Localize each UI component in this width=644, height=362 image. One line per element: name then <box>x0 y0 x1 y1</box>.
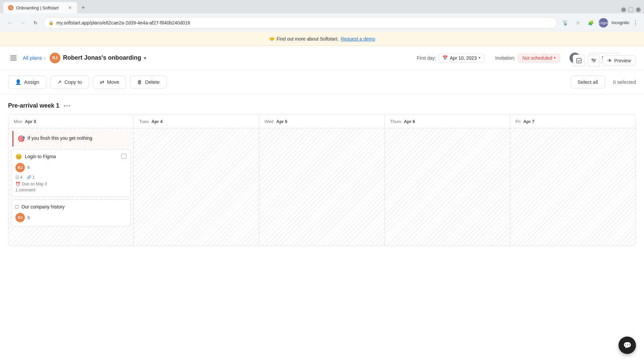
forward-button[interactable]: → <box>18 18 28 27</box>
task-card-history[interactable]: □ Our company history RJ 6 <box>11 199 131 227</box>
svg-point-4 <box>592 59 593 60</box>
plan-title-area: RJ Robert Jonas's onboarding ▾ <box>50 53 146 63</box>
day-date-tues: Apr 4 <box>151 119 162 124</box>
window-minimize-button[interactable]: ─ <box>621 7 626 12</box>
window-maximize-button[interactable] <box>629 7 633 12</box>
day-body-wed <box>259 128 384 246</box>
app-header: All plans › RJ Robert Jonas's onboarding… <box>0 46 644 70</box>
alert-task-title: If you finsh this you get nothing <box>28 135 92 142</box>
demo-link[interactable]: Request a demo <box>341 36 375 42</box>
plan-title-dropdown-icon[interactable]: ▾ <box>144 55 146 61</box>
first-day-label: First day: <box>417 55 436 61</box>
delete-label: Delete <box>145 79 159 85</box>
dot3 <box>69 105 70 107</box>
figma-task-icon: 😊 <box>15 154 22 160</box>
first-day-section: First day: 📅 Apr 10, 2023 ▾ <box>417 54 484 62</box>
tab-close-icon[interactable]: ✕ <box>67 5 72 10</box>
task-card-figma[interactable]: 😊 Login to Figma RJ 6 ☑ 4 <box>11 149 131 197</box>
url-text: my.softstart.app/plans/e82cae2a-2d39-4e4… <box>56 20 552 25</box>
move-label: Move <box>107 79 119 85</box>
browser-tab-active[interactable]: S Onboarding | Softstart ✕ <box>3 2 77 13</box>
tab-favicon: S <box>8 5 13 10</box>
history-task-title: Our company history <box>21 204 126 210</box>
day-name-fri: Fri <box>516 119 521 124</box>
day-date-fri: Apr 7 <box>523 119 534 124</box>
section-menu-button[interactable] <box>63 104 71 108</box>
svg-rect-0 <box>577 58 581 63</box>
day-body-tues <box>134 128 259 246</box>
alert-task-card[interactable]: 🎯 If you finsh this you get nothing <box>12 131 131 146</box>
assignee-avatar-history: RJ <box>15 213 25 222</box>
first-day-dropdown-icon: ▾ <box>479 56 481 60</box>
browser-chrome: S Onboarding | Softstart ✕ + ─ ✕ ← → ↻ 🔒… <box>0 0 644 32</box>
filter-view-button[interactable] <box>588 55 600 67</box>
new-tab-button[interactable]: + <box>78 3 88 12</box>
checkbox-view-icon <box>576 58 582 64</box>
day-header-tues: Tues Apr 4 <box>134 115 259 128</box>
day-name-mon: Mon <box>14 119 22 124</box>
day-header-thurs: Thurs Apr 6 <box>385 115 510 128</box>
preview-button[interactable]: 👁 Preview <box>602 56 636 66</box>
extensions-icon[interactable]: 🧩 <box>586 18 595 27</box>
day-body-mon: 🎯 If you finsh this you get nothing 😊 Lo… <box>8 128 133 246</box>
profile-button[interactable]: Incognito <box>599 18 608 27</box>
link-meta: 🔗 1 <box>26 175 35 180</box>
figma-task-checkbox[interactable] <box>121 154 126 159</box>
browser-more-button[interactable]: ⋮ <box>633 19 639 26</box>
assign-icon: 👤 <box>15 79 21 85</box>
selected-count: 0 selected <box>613 79 636 85</box>
move-icon: ⇄ <box>100 79 104 85</box>
day-body-fri <box>510 128 636 246</box>
day-body-thurs <box>385 128 510 246</box>
bookmark-icon[interactable]: ☆ <box>573 18 583 27</box>
history-task-icon: □ <box>15 204 19 210</box>
preview-label: Preview <box>614 58 631 63</box>
copy-to-label: Copy to <box>64 79 82 85</box>
hamburger-button[interactable] <box>8 53 19 63</box>
refresh-button[interactable]: ↻ <box>31 18 40 27</box>
main-content: Pre-arrival week 1 Mon Apr 3 🎯 If you fi… <box>0 94 644 362</box>
task-comments-row: 1 comment <box>15 188 126 192</box>
chat-button[interactable]: 💬 <box>619 337 636 354</box>
chat-icon: 💬 <box>623 341 632 349</box>
link-count: 1 <box>33 175 35 180</box>
move-button[interactable]: ⇄ Move <box>93 75 126 89</box>
day-header-mon: Mon Apr 3 <box>8 115 133 128</box>
not-scheduled-dropdown-icon: ▾ <box>554 56 556 60</box>
alert-task-icon: 🎯 <box>17 135 25 142</box>
day-column-mon: Mon Apr 3 🎯 If you finsh this you get no… <box>8 115 134 246</box>
delete-button[interactable]: 🗑 Delete <box>130 75 166 88</box>
address-bar[interactable]: 🔒 my.softstart.app/plans/e82cae2a-2d39-4… <box>44 17 557 28</box>
copy-to-button[interactable]: ↗ Copy to <box>50 75 89 89</box>
back-button[interactable]: ← <box>5 18 15 27</box>
comment-count: 1 comment <box>15 188 35 192</box>
section-title: Pre-arrival week 1 <box>8 102 59 109</box>
clock-icon: ⏰ <box>15 182 20 186</box>
breadcrumb: All plans › <box>23 55 46 61</box>
assign-button[interactable]: 👤 Assign <box>8 75 46 89</box>
plan-avatar: RJ <box>50 53 60 63</box>
link-icon: 🔗 <box>26 175 32 180</box>
task-assignee-row: RJ 6 <box>15 163 126 172</box>
lock-icon: 🔒 <box>49 20 54 25</box>
notification-emoji: 🤝 <box>269 36 275 42</box>
not-scheduled-badge[interactable]: Not scheduled ▾ <box>518 54 560 62</box>
first-day-date: Apr 10, 2023 <box>450 55 477 61</box>
select-all-label: Select all <box>578 79 598 85</box>
not-scheduled-text: Not scheduled <box>522 55 552 61</box>
notification-text: Find out more about Softstart. <box>277 36 339 42</box>
calendar-grid: Mon Apr 3 🎯 If you finsh this you get no… <box>8 115 636 246</box>
checkbox-view-button[interactable] <box>573 55 585 67</box>
dot1 <box>64 105 65 107</box>
day-date-thurs: Apr 6 <box>404 119 415 124</box>
select-all-button[interactable]: Select all <box>571 75 605 88</box>
filter-icon <box>591 58 597 64</box>
window-close-button[interactable]: ✕ <box>636 7 641 12</box>
preview-icon: 👁 <box>607 58 612 63</box>
all-plans-link[interactable]: All plans <box>23 55 42 61</box>
toolbar: 👤 Assign ↗ Copy to ⇄ Move 🗑 Delete Selec… <box>0 70 644 94</box>
plan-title: Robert Jonas's onboarding <box>63 54 141 61</box>
first-day-value[interactable]: 📅 Apr 10, 2023 ▾ <box>439 54 484 62</box>
cast-icon[interactable]: 📡 <box>560 18 570 27</box>
checklist-icon: ☑ <box>15 175 19 180</box>
